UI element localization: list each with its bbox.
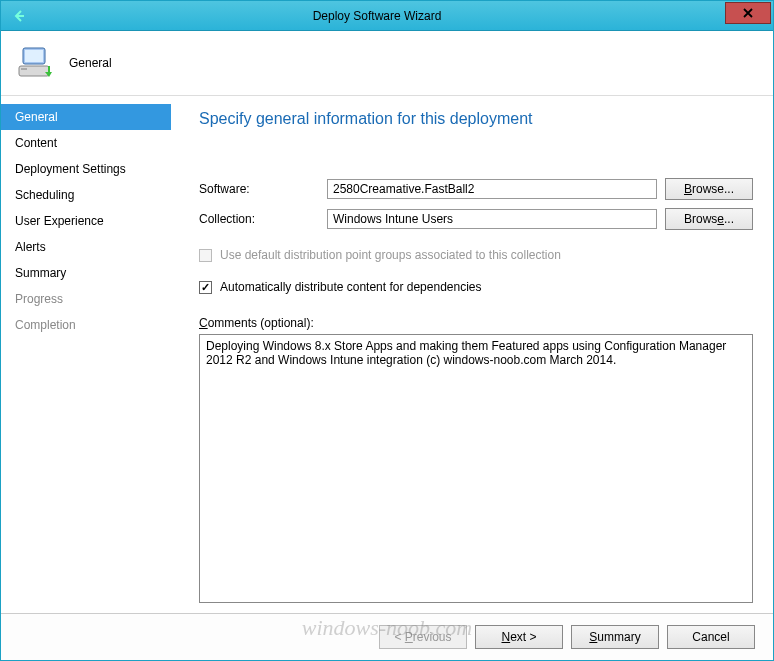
browse-label-rest: rowse... bbox=[692, 182, 734, 196]
page-title: Specify general information for this dep… bbox=[199, 110, 753, 128]
header-section: General bbox=[1, 31, 773, 96]
svg-rect-3 bbox=[21, 68, 27, 70]
comments-textarea[interactable] bbox=[199, 334, 753, 603]
svg-rect-2 bbox=[19, 66, 49, 76]
wizard-sidebar: General Content Deployment Settings Sche… bbox=[1, 96, 171, 613]
close-icon bbox=[743, 8, 753, 18]
software-row: Software: Browse... bbox=[199, 178, 753, 200]
sidebar-item-scheduling[interactable]: Scheduling bbox=[1, 182, 171, 208]
computer-deploy-icon bbox=[17, 44, 55, 82]
software-label: Software: bbox=[199, 182, 319, 196]
content-panel: Specify general information for this dep… bbox=[171, 96, 773, 613]
sidebar-item-label: General bbox=[15, 110, 58, 124]
cancel-button[interactable]: Cancel bbox=[667, 625, 755, 649]
summary-button[interactable]: Summary bbox=[571, 625, 659, 649]
comments-label: Comments (optional): bbox=[199, 316, 753, 330]
close-button[interactable] bbox=[725, 2, 771, 24]
auto-distribute-checkbox[interactable] bbox=[199, 281, 212, 294]
back-arrow-icon bbox=[9, 6, 29, 26]
sidebar-item-label: Progress bbox=[15, 292, 63, 306]
sidebar-item-user-experience[interactable]: User Experience bbox=[1, 208, 171, 234]
sidebar-item-summary[interactable]: Summary bbox=[1, 260, 171, 286]
sidebar-item-label: Content bbox=[15, 136, 57, 150]
auto-distribute-checkbox-row[interactable]: Automatically distribute content for dep… bbox=[199, 280, 753, 294]
header-label: General bbox=[69, 56, 112, 70]
default-dp-checkbox-row: Use default distribution point groups as… bbox=[199, 248, 753, 262]
software-input[interactable] bbox=[327, 179, 657, 199]
svg-rect-1 bbox=[25, 50, 43, 62]
collection-label: Collection: bbox=[199, 212, 319, 226]
default-dp-label: Use default distribution point groups as… bbox=[220, 248, 561, 262]
sidebar-item-label: Completion bbox=[15, 318, 76, 332]
sidebar-item-deployment-settings[interactable]: Deployment Settings bbox=[1, 156, 171, 182]
svg-rect-4 bbox=[48, 66, 50, 73]
sidebar-item-label: User Experience bbox=[15, 214, 104, 228]
wizard-footer: < Previous Next > Summary Cancel bbox=[1, 613, 773, 660]
main-area: General Content Deployment Settings Sche… bbox=[1, 96, 773, 613]
sidebar-item-general[interactable]: General bbox=[1, 104, 171, 130]
browse-label-rest2: Brows bbox=[684, 212, 717, 226]
sidebar-item-label: Deployment Settings bbox=[15, 162, 126, 176]
sidebar-item-completion: Completion bbox=[1, 312, 171, 338]
default-dp-checkbox bbox=[199, 249, 212, 262]
auto-distribute-label: Automatically distribute content for dep… bbox=[220, 280, 482, 294]
sidebar-item-label: Alerts bbox=[15, 240, 46, 254]
collection-row: Collection: Browse... bbox=[199, 208, 753, 230]
window-title: Deploy Software Wizard bbox=[29, 9, 725, 23]
titlebar: Deploy Software Wizard bbox=[1, 1, 773, 31]
sidebar-item-progress: Progress bbox=[1, 286, 171, 312]
sidebar-item-label: Summary bbox=[15, 266, 66, 280]
next-button[interactable]: Next > bbox=[475, 625, 563, 649]
collection-input[interactable] bbox=[327, 209, 657, 229]
sidebar-item-alerts[interactable]: Alerts bbox=[1, 234, 171, 260]
sidebar-item-content[interactable]: Content bbox=[1, 130, 171, 156]
browse-software-button[interactable]: Browse... bbox=[665, 178, 753, 200]
previous-button: < Previous bbox=[379, 625, 467, 649]
sidebar-item-label: Scheduling bbox=[15, 188, 74, 202]
browse-collection-button[interactable]: Browse... bbox=[665, 208, 753, 230]
